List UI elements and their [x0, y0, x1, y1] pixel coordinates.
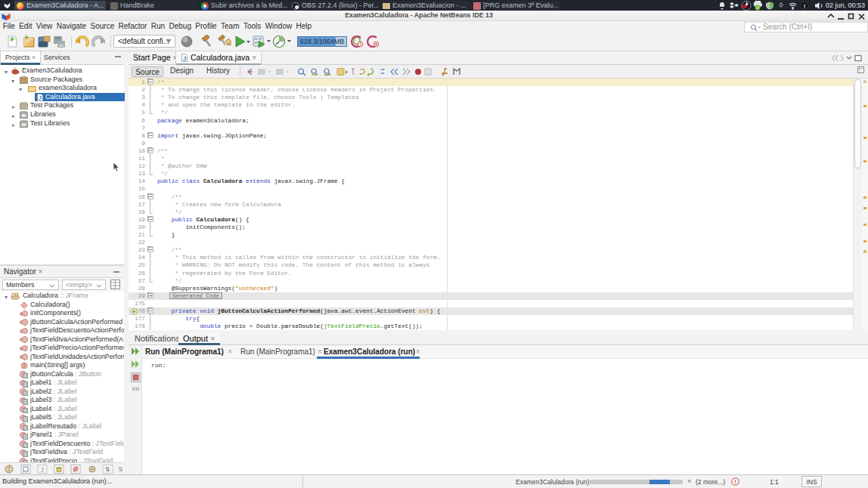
- svg-text:⇅: ⇅: [105, 466, 110, 473]
- svg-text:⇅: ⇅: [118, 466, 122, 473]
- svg-text:!: !: [804, 3, 806, 10]
- svg-text:J: J: [39, 95, 42, 100]
- svg-text:J: J: [183, 55, 186, 62]
- svg-text:!: !: [734, 478, 736, 485]
- svg-text:J: J: [41, 466, 44, 474]
